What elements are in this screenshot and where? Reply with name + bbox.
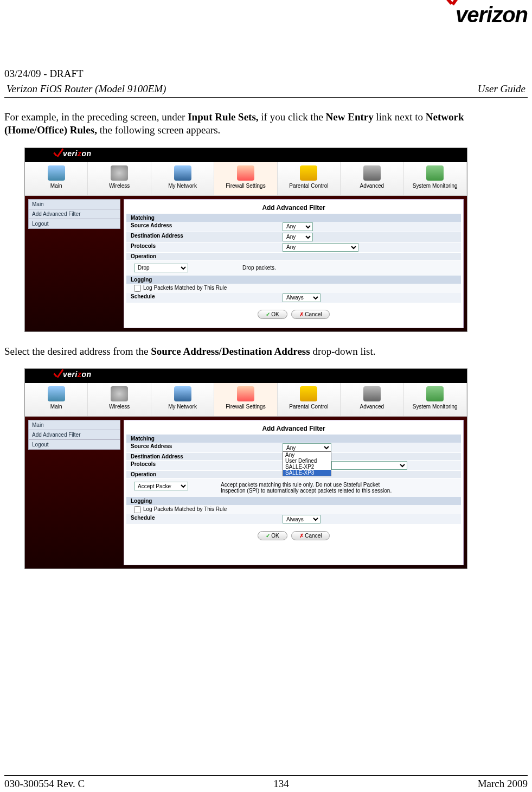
operation-label: Operation	[131, 253, 283, 259]
destination-address-label: Destination Address	[131, 454, 283, 459]
x-icon: ✗	[299, 311, 304, 317]
wireless-icon	[111, 386, 128, 401]
nav-tab-wireless[interactable]: Wireless	[88, 383, 151, 416]
matching-section-header: Matching	[126, 435, 461, 443]
option-user-defined[interactable]: User Defined	[283, 458, 331, 464]
nav-tab-firewall[interactable]: Firewall Settings	[214, 162, 277, 195]
nav-tab-parental[interactable]: Parental Control	[278, 383, 341, 416]
schedule-select[interactable]: Always	[283, 515, 321, 523]
operation-label: Operation	[131, 471, 283, 477]
footer-doc-rev: 030-300554 Rev. C	[4, 778, 85, 790]
nav-tab-advanced[interactable]: Advanced	[341, 162, 403, 195]
verizon-check-icon	[439, 0, 472, 14]
network-icon	[174, 165, 191, 181]
destination-address-select[interactable]: Any	[283, 233, 313, 241]
router-screenshot-1: verizon Main Wireless My Network Firewal…	[24, 148, 467, 332]
x-icon: ✗	[299, 533, 304, 539]
log-packets-label: Log Packets Matched by This Rule	[143, 285, 227, 291]
router-logo: verizon	[63, 370, 92, 379]
cancel-button[interactable]: ✗ Cancel	[291, 310, 330, 319]
footer-page-number: 134	[273, 778, 289, 790]
nav-tab-wireless[interactable]: Wireless	[88, 162, 151, 195]
sidebar-item-logout[interactable]: Logout	[28, 219, 120, 229]
nav-tab-sysmon[interactable]: System Monitoring	[404, 162, 467, 195]
check-icon: ✓	[266, 533, 270, 539]
sidebar-item-logout[interactable]: Logout	[28, 439, 120, 450]
logging-section-header: Logging	[126, 497, 461, 505]
nav-tab-main[interactable]: Main	[25, 162, 88, 195]
operation-select[interactable]: Accept Packet	[134, 482, 188, 490]
operation-select[interactable]: Drop	[134, 264, 188, 272]
source-address-dropdown-open[interactable]: Any Any User Defined SALLE-XP2 SALLE-XP3	[283, 443, 331, 452]
ok-button[interactable]: ✓ OK	[258, 531, 287, 540]
sidebar-item-main[interactable]: Main	[28, 420, 120, 430]
parental-icon	[300, 386, 317, 401]
protocols-select[interactable]: Any	[283, 243, 358, 252]
wireless-icon	[111, 165, 128, 181]
product-name: Verizon FiOS Router (Model 9100EM)	[7, 83, 166, 95]
router-logo: verizon	[63, 149, 92, 158]
sidebar-item-main[interactable]: Main	[28, 199, 120, 209]
advanced-icon	[363, 386, 381, 401]
sysmon-icon	[426, 165, 444, 181]
document-header: Verizon FiOS Router (Model 9100EM) User …	[4, 83, 528, 95]
nav-tab-main[interactable]: Main	[25, 383, 88, 416]
source-address-label: Source Address	[131, 222, 283, 231]
router-sidebar: Main Add Advanced Filter Logout	[28, 420, 120, 565]
network-icon	[174, 386, 191, 401]
schedule-label: Schedule	[131, 515, 283, 523]
draft-date-line: 03/24/09 - DRAFT	[4, 68, 528, 80]
protocols-select[interactable]	[331, 461, 407, 470]
nav-tab-parental[interactable]: Parental Control	[278, 162, 341, 195]
schedule-label: Schedule	[131, 293, 283, 302]
footer-date: March 2009	[478, 778, 528, 790]
nav-tab-firewall[interactable]: Firewall Settings	[214, 383, 277, 416]
option-salle-xp3[interactable]: SALLE-XP3	[283, 470, 331, 476]
verizon-check-icon	[52, 369, 63, 380]
instruction-paragraph-1: For example, in the preceding screen, un…	[4, 111, 528, 137]
log-packets-label: Log Packets Matched by This Rule	[143, 506, 227, 512]
router-screenshot-2: verizon Main Wireless My Network Firewal…	[24, 368, 467, 569]
page-footer: 030-300554 Rev. C 134 March 2009	[4, 775, 528, 790]
protocols-label: Protocols	[131, 461, 283, 470]
cancel-button[interactable]: ✗ Cancel	[291, 531, 330, 540]
sidebar-item-add-filter[interactable]: Add Advanced Filter	[28, 209, 120, 219]
header-logo-area: verizon	[4, 0, 528, 60]
option-any[interactable]: Any	[283, 452, 331, 458]
router-top-bar: verizon	[25, 369, 467, 383]
schedule-select[interactable]: Always	[283, 293, 321, 302]
matching-section-header: Matching	[126, 214, 461, 222]
main-icon	[48, 386, 65, 401]
sysmon-icon	[426, 386, 444, 401]
nav-tab-sysmon[interactable]: System Monitoring	[404, 383, 467, 416]
check-icon: ✓	[266, 311, 270, 317]
nav-tab-my-network[interactable]: My Network	[151, 162, 214, 195]
header-divider	[4, 97, 528, 98]
router-main-panel: Add Advanced Filter Matching Source Addr…	[124, 420, 464, 565]
router-sidebar: Main Add Advanced Filter Logout	[28, 199, 120, 328]
router-nav-tabs: Main Wireless My Network Firewall Settin…	[25, 162, 467, 196]
source-address-options: Any User Defined SALLE-XP2 SALLE-XP3	[283, 451, 331, 476]
logging-section-header: Logging	[126, 276, 461, 284]
router-top-bar: verizon	[25, 148, 467, 162]
ok-button[interactable]: ✓ OK	[258, 310, 287, 319]
option-salle-xp2[interactable]: SALLE-XP2	[283, 464, 331, 470]
verizon-logo: verizon	[456, 3, 528, 27]
doc-type: User Guide	[478, 83, 525, 95]
firewall-icon	[237, 386, 254, 401]
nav-tab-advanced[interactable]: Advanced	[341, 383, 403, 416]
verizon-check-icon	[52, 148, 63, 159]
log-packets-checkbox[interactable]	[134, 506, 141, 513]
firewall-icon	[237, 165, 254, 181]
source-address-select[interactable]: Any	[283, 222, 313, 231]
router-main-panel: Add Advanced Filter Matching Source Addr…	[124, 199, 464, 328]
log-packets-checkbox[interactable]	[134, 285, 141, 292]
panel-title: Add Advanced Filter	[124, 423, 463, 435]
router-nav-tabs: Main Wireless My Network Firewall Settin…	[25, 383, 467, 417]
operation-description: Drop packets.	[242, 265, 276, 271]
panel-title: Add Advanced Filter	[124, 202, 463, 214]
parental-icon	[300, 165, 317, 181]
sidebar-item-add-filter[interactable]: Add Advanced Filter	[28, 430, 120, 440]
advanced-icon	[363, 165, 381, 181]
nav-tab-my-network[interactable]: My Network	[151, 383, 214, 416]
